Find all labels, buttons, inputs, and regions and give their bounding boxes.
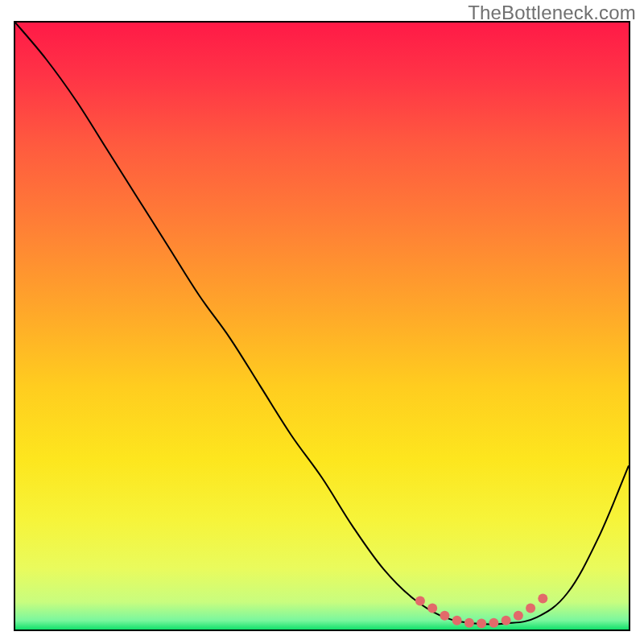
marker-dot	[415, 597, 425, 606]
marker-dot	[489, 618, 498, 628]
marker-dot	[477, 618, 486, 628]
bottleneck-curve	[15, 23, 629, 624]
marker-dot	[464, 618, 474, 628]
marker-dot	[452, 616, 462, 625]
marker-dot	[427, 604, 437, 613]
optimal-region-markers	[415, 594, 547, 629]
marker-dot	[502, 616, 511, 625]
curve-layer	[15, 23, 629, 630]
marker-dot	[538, 594, 547, 604]
chart-stage: TheBottleneck.com	[0, 0, 644, 644]
plot-area	[14, 21, 630, 631]
watermark-text: TheBottleneck.com	[468, 2, 636, 24]
marker-dot	[514, 611, 523, 621]
marker-dot	[526, 604, 535, 613]
marker-dot	[440, 611, 449, 621]
